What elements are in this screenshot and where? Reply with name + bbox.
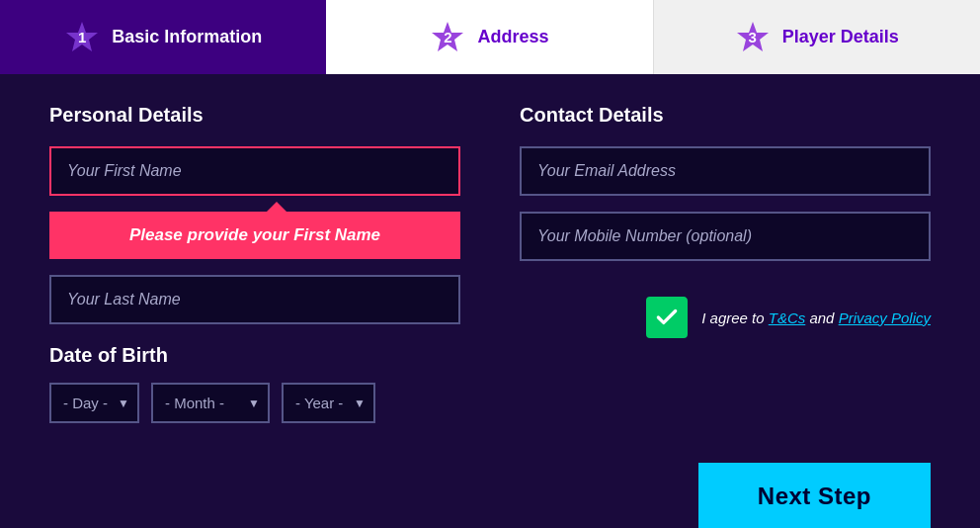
step-3[interactable]: 3 Player Details (654, 0, 980, 74)
main-content: Personal Details Please provide your Fir… (0, 74, 980, 453)
step-3-label: Player Details (782, 27, 899, 47)
last-name-input[interactable] (49, 275, 460, 324)
left-column: Personal Details Please provide your Fir… (49, 104, 460, 423)
month-select[interactable]: - Month -JanuaryFebruaryMarchAprilMayJun… (151, 383, 270, 423)
month-select-wrapper[interactable]: - Month -JanuaryFebruaryMarchAprilMayJun… (151, 383, 270, 423)
step-2-badge: 2 (430, 20, 465, 55)
tc-and-text: and (805, 309, 838, 326)
first-name-input[interactable] (49, 146, 460, 196)
step-1[interactable]: 1 Basic Information (0, 0, 326, 74)
first-name-error: Please provide your First Name (49, 212, 460, 259)
year-select[interactable]: - Year -20242023202220212020201920182017… (282, 383, 375, 423)
next-step-button[interactable]: Next Step (698, 463, 931, 528)
right-column: Contact Details I agree to T&Cs and Priv… (520, 104, 931, 423)
tc-text: I agree to T&Cs and Privacy Policy (701, 309, 931, 326)
tc-row: I agree to T&Cs and Privacy Policy (646, 297, 931, 338)
step-1-badge: 1 (64, 20, 100, 55)
tc-link[interactable]: T&Cs (769, 309, 806, 326)
dob-selects: - Day -123456789101112131415161718192021… (49, 383, 460, 423)
email-input[interactable] (520, 146, 931, 196)
step-2[interactable]: 2 Address (326, 0, 653, 74)
step-3-badge: 3 (735, 20, 771, 55)
tc-checkbox[interactable] (646, 297, 688, 338)
steps-header: 1 Basic Information 2 Address 3 Player D… (0, 0, 980, 74)
privacy-link[interactable]: Privacy Policy (839, 309, 931, 326)
year-select-wrapper[interactable]: - Year -20242023202220212020201920182017… (282, 383, 375, 423)
contact-details-title: Contact Details (520, 104, 931, 127)
step-1-label: Basic Information (112, 27, 262, 47)
mobile-input[interactable] (520, 212, 931, 261)
dob-label: Date of Birth (49, 344, 460, 367)
day-select[interactable]: - Day -123456789101112131415161718192021… (49, 383, 139, 423)
personal-details-title: Personal Details (49, 104, 460, 127)
footer: Next Step (0, 453, 980, 528)
tc-text-prefix: I agree to (701, 309, 769, 326)
step-2-label: Address (477, 27, 548, 47)
day-select-wrapper[interactable]: - Day -123456789101112131415161718192021… (49, 383, 139, 423)
